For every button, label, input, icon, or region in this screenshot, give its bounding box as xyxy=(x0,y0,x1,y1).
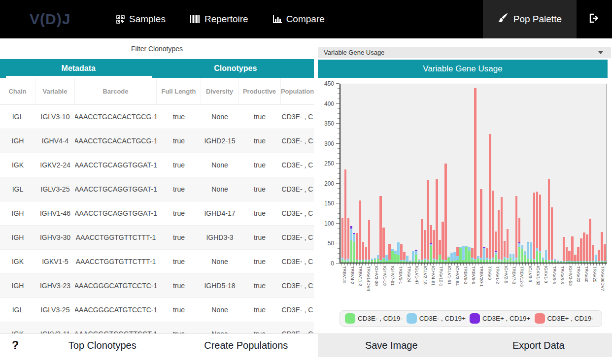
stacked-bar[interactable] xyxy=(400,244,403,263)
table-row[interactable]: IGHIGHV1-46AAACCTGCAGGTGGAT-1trueIGHD4-1… xyxy=(0,201,314,226)
stacked-bar[interactable] xyxy=(589,219,591,263)
stacked-bar[interactable] xyxy=(382,228,385,263)
app-logo[interactable]: V(D)J xyxy=(30,11,71,28)
stacked-bar[interactable] xyxy=(560,261,562,263)
export-data-button[interactable]: Export Data xyxy=(465,340,612,351)
stacked-bar[interactable] xyxy=(442,222,444,263)
stacked-bar[interactable] xyxy=(353,233,356,263)
stacked-bar[interactable] xyxy=(421,219,423,263)
stacked-bar[interactable] xyxy=(424,230,426,263)
stacked-bar[interactable] xyxy=(368,220,371,263)
chart-select-dropdown[interactable]: Variable Gene Usage xyxy=(318,47,611,58)
stacked-bar[interactable] xyxy=(388,244,391,263)
stacked-bar[interactable] xyxy=(489,134,491,263)
stacked-bar[interactable] xyxy=(480,189,482,263)
table-row[interactable]: IGKIGKV3-11AAACGGGTCGGTTCCT-1trueNonetru… xyxy=(0,322,314,333)
stacked-bar[interactable] xyxy=(415,250,417,263)
stacked-bar[interactable] xyxy=(545,250,547,263)
stacked-bar[interactable] xyxy=(504,241,506,263)
sign-out-button[interactable] xyxy=(577,13,612,25)
help-button[interactable]: ? xyxy=(0,339,31,352)
stacked-bar[interactable] xyxy=(427,180,429,263)
stacked-bar[interactable] xyxy=(477,256,479,263)
stacked-bar[interactable] xyxy=(379,196,382,263)
stacked-bar[interactable] xyxy=(365,247,368,263)
stacked-bar[interactable] xyxy=(459,247,462,263)
stacked-bar[interactable] xyxy=(577,247,579,263)
stacked-bar[interactable] xyxy=(557,261,559,263)
stacked-bar[interactable] xyxy=(356,233,359,263)
stacked-bar[interactable] xyxy=(474,88,476,263)
table-row[interactable]: IGLIGLV3-25AAACGGGCATGTCCTC-1trueNonetru… xyxy=(0,298,314,322)
stacked-bar[interactable] xyxy=(483,247,485,263)
stacked-bar[interactable] xyxy=(347,218,350,263)
stacked-bar[interactable] xyxy=(377,255,379,263)
table-row[interactable]: IGHIGHV4-4AAACCTGCACACTGCG-1trueIGHD2-15… xyxy=(0,129,314,153)
stacked-bar[interactable] xyxy=(521,245,524,263)
stacked-bar[interactable] xyxy=(465,246,468,263)
stacked-bar[interactable] xyxy=(548,179,550,263)
stacked-bar[interactable] xyxy=(586,234,588,263)
stacked-bar[interactable] xyxy=(447,257,450,263)
stacked-bar[interactable] xyxy=(341,218,344,263)
stacked-bar[interactable] xyxy=(350,226,353,263)
pop-palette-button[interactable]: Pop Palette xyxy=(483,0,577,38)
stacked-bar[interactable] xyxy=(530,242,533,263)
create-populations-button[interactable]: Create Populations xyxy=(174,340,318,351)
stacked-bar[interactable] xyxy=(536,192,539,263)
table-row[interactable]: IGLIGLV3-10AAACCTGCACACTGCG-1trueNonetru… xyxy=(0,105,314,129)
stacked-bar[interactable] xyxy=(604,244,606,263)
stacked-bar[interactable] xyxy=(512,254,515,263)
stacked-bar[interactable] xyxy=(524,251,527,263)
stacked-bar[interactable] xyxy=(518,218,521,263)
stacked-bar[interactable] xyxy=(359,200,362,263)
stacked-bar[interactable] xyxy=(439,240,441,263)
stacked-bar[interactable] xyxy=(601,232,603,263)
stacked-bar[interactable] xyxy=(568,251,571,263)
stacked-bar[interactable] xyxy=(371,259,374,263)
stacked-bar[interactable] xyxy=(551,207,553,263)
stacked-bar[interactable] xyxy=(453,252,456,263)
stacked-bar[interactable] xyxy=(563,237,565,263)
stacked-bar[interactable] xyxy=(362,242,365,263)
stacked-bar[interactable] xyxy=(554,260,556,263)
stacked-bar[interactable] xyxy=(533,193,536,263)
table-row[interactable]: IGLIGLV3-25AAACCTGCAGGTGGAT-1trueNonetru… xyxy=(0,177,314,201)
stacked-bar[interactable] xyxy=(444,164,447,263)
stacked-bar[interactable] xyxy=(394,251,397,263)
stacked-bar[interactable] xyxy=(510,254,512,263)
stacked-bar[interactable] xyxy=(542,258,544,263)
stacked-bar[interactable] xyxy=(571,236,574,263)
stacked-bar[interactable] xyxy=(412,251,414,263)
table-row[interactable]: IGKIGKV1-5AAACCTGGTGTTCTTT-1trueNonetrue… xyxy=(0,250,314,274)
stacked-bar[interactable] xyxy=(592,245,594,263)
stacked-bar[interactable] xyxy=(409,261,411,263)
nav-repertoire[interactable]: Repertoire xyxy=(190,14,248,25)
stacked-bar[interactable] xyxy=(450,253,453,263)
stacked-bar[interactable] xyxy=(391,249,394,263)
stacked-bar[interactable] xyxy=(406,256,408,263)
stacked-bar[interactable] xyxy=(471,248,474,263)
table-row[interactable]: IGHIGHV3-30AAACCTGGTGTTCTTT-1trueIGHD3-3… xyxy=(0,226,314,250)
stacked-bar[interactable] xyxy=(456,247,459,263)
stacked-bar[interactable] xyxy=(462,246,465,263)
stacked-bar[interactable] xyxy=(495,232,497,263)
stacked-bar[interactable] xyxy=(403,252,406,263)
stacked-bar[interactable] xyxy=(374,258,376,263)
stacked-bar[interactable] xyxy=(583,232,585,263)
stacked-bar[interactable] xyxy=(468,247,471,263)
stacked-bar[interactable] xyxy=(566,247,568,263)
stacked-bar[interactable] xyxy=(492,191,494,263)
stacked-bar[interactable] xyxy=(385,255,388,263)
stacked-bar[interactable] xyxy=(527,242,530,263)
nav-samples[interactable]: Samples xyxy=(116,14,166,25)
stacked-bar[interactable] xyxy=(598,250,600,263)
nav-compare[interactable]: Compare xyxy=(273,14,325,25)
stacked-bar[interactable] xyxy=(515,196,518,263)
table-row[interactable]: IGHIGHV3-23AAACGGGCATGTCCTC-1trueIGHD5-1… xyxy=(0,274,314,298)
tab-clonotypes[interactable]: Clonotypes xyxy=(157,59,314,78)
top-clonotypes-button[interactable]: Top Clonotypes xyxy=(31,340,174,351)
stacked-bar[interactable] xyxy=(507,229,509,263)
stacked-bar[interactable] xyxy=(498,210,500,263)
table-row[interactable]: IGKIGKV2-24AAACCTGCAGGTGGAT-1trueNonetru… xyxy=(0,153,314,177)
